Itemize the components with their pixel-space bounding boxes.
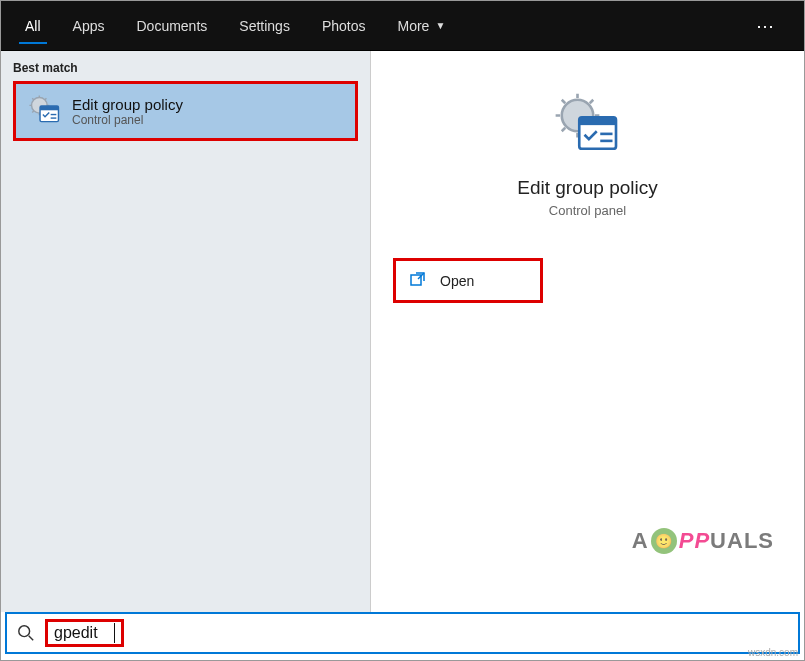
- tab-label: All: [25, 18, 41, 34]
- tab-all[interactable]: All: [9, 1, 57, 50]
- overflow-menu-button[interactable]: ⋯: [736, 1, 796, 50]
- tab-photos[interactable]: Photos: [306, 1, 382, 50]
- tab-label: Photos: [322, 18, 366, 34]
- chevron-down-icon: ▼: [435, 20, 445, 31]
- tab-settings[interactable]: Settings: [223, 1, 306, 50]
- tab-label: Settings: [239, 18, 290, 34]
- svg-rect-2: [40, 106, 58, 110]
- detail-panel: Edit group policy Control panel Open A 🙂…: [371, 51, 804, 612]
- tab-label: Apps: [73, 18, 105, 34]
- tab-documents[interactable]: Documents: [120, 1, 223, 50]
- brand-prefix: A: [632, 528, 649, 554]
- result-subtitle: Control panel: [72, 113, 183, 127]
- svg-line-12: [29, 636, 34, 641]
- open-action[interactable]: Open: [393, 258, 543, 303]
- results-panel: Best match Edit group policy Control pan…: [1, 51, 371, 612]
- open-icon: [410, 271, 426, 290]
- watermark-brand: A 🙂 PP UALS: [632, 528, 774, 554]
- control-panel-icon: [28, 94, 62, 128]
- tab-apps[interactable]: Apps: [57, 1, 121, 50]
- watermark-source: wsxdn.com: [748, 647, 798, 658]
- result-edit-group-policy[interactable]: Edit group policy Control panel: [13, 81, 358, 141]
- text-caret: [114, 623, 115, 643]
- brand-mid: PP: [679, 528, 710, 554]
- search-icon: [17, 624, 35, 642]
- tab-label: More: [397, 18, 429, 34]
- open-label: Open: [440, 273, 474, 289]
- tab-more[interactable]: More ▼: [381, 1, 461, 50]
- detail-title: Edit group policy: [371, 177, 804, 199]
- result-title: Edit group policy: [72, 96, 183, 113]
- search-input[interactable]: [54, 624, 114, 642]
- search-highlight: [45, 619, 124, 647]
- svg-rect-7: [579, 117, 616, 125]
- detail-subtitle: Control panel: [371, 203, 804, 218]
- main-area: Best match Edit group policy Control pan…: [1, 51, 804, 612]
- detail-icon: [371, 91, 804, 165]
- section-header-best-match: Best match: [1, 51, 370, 81]
- tab-label: Documents: [136, 18, 207, 34]
- result-text: Edit group policy Control panel: [72, 96, 183, 127]
- brand-suffix: UALS: [710, 528, 774, 554]
- search-bar[interactable]: [5, 612, 800, 654]
- svg-point-11: [19, 626, 30, 637]
- brand-avatar-icon: 🙂: [651, 528, 677, 554]
- filter-tabstrip: All Apps Documents Settings Photos More …: [1, 1, 804, 51]
